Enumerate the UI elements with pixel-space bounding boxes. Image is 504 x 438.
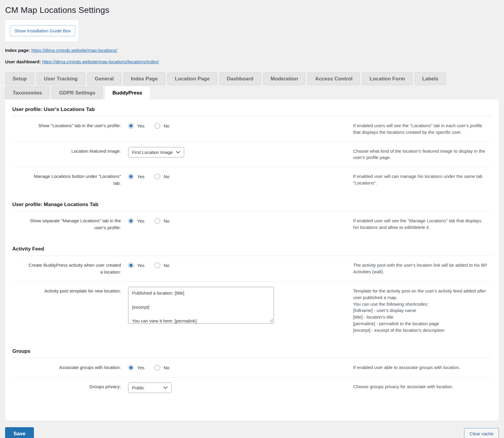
section-groups: GroupsAssociate groups with location:Yes… (12, 348, 492, 399)
section-title-user-locations-tab: User profile: User's Locations Tab (12, 106, 492, 116)
setting-row-show-manage-locations-tab: Show separate "Manage Locations" tab in … (12, 212, 492, 237)
radio-button-icon (128, 365, 134, 370)
save-button[interactable]: Save (5, 427, 34, 438)
row-description: Choose groups privacy for associate with… (353, 381, 488, 393)
tab-index-page[interactable]: Index Page (123, 72, 165, 85)
select-groups-privacy[interactable]: Public (128, 382, 172, 393)
section-title-manage-locations-tab: User profile: Manage Locations Tab (12, 202, 492, 212)
row-label-cell: Activity post template for new location: (12, 286, 121, 333)
row-control-cell (128, 286, 346, 333)
tab-moderation[interactable]: Moderation (263, 72, 306, 85)
row-label: Show separate "Manage Locations" tab in … (30, 218, 121, 230)
radio-show-locations-tab-no[interactable]: No (154, 123, 169, 129)
user-dashboard-line: User dashboard: https://dima.cminds.webs… (5, 59, 499, 64)
resize-handle-icon[interactable] (270, 319, 273, 322)
row-control-cell: YesNo (128, 260, 346, 275)
section-user-locations-tab: User profile: User's Locations TabShow "… (12, 106, 492, 193)
row-label-cell: Manage Locations button under "Locations… (12, 171, 121, 187)
clear-cache-button[interactable]: Clear cache (464, 428, 499, 438)
tab-labels[interactable]: Labels (415, 72, 446, 85)
row-label: Show "Locations" tab in the user's profi… (38, 123, 121, 128)
radio-show-manage-locations-tab-no[interactable]: No (154, 218, 169, 224)
tab-user-tracking[interactable]: User Tracking (36, 72, 85, 85)
row-label: Create BuddyPress activity when user cre… (28, 262, 121, 274)
textarea-wrap (128, 287, 274, 324)
index-page-link[interactable]: https://dima.cminds.website/map-location… (32, 48, 117, 53)
row-label: Groups privacy: (89, 384, 121, 389)
radio-create-buddypress-activity-no[interactable]: No (154, 262, 169, 268)
setting-row-manage-locations-button: Manage Locations button under "Locations… (12, 167, 492, 193)
radio-option-label: Yes (137, 174, 144, 179)
row-description: Template for the activity post on the us… (353, 286, 488, 333)
textarea-activity-post-template[interactable] (128, 287, 274, 324)
radio-option-label: No (164, 123, 169, 128)
setting-row-location-featured-image: Location featured image:First Location I… (12, 142, 492, 167)
row-label-cell: Location featured image: (12, 146, 121, 161)
section-title-activity-feed: Activity Feed (12, 246, 492, 256)
radio-group-show-manage-locations-tab: YesNo (128, 217, 346, 224)
row-control-cell: YesNo (128, 171, 346, 187)
tab-row: SetupUser TrackingGeneralIndex PageLocat… (5, 72, 499, 85)
tab-dashboard[interactable]: Dashboard (219, 72, 261, 85)
row-label-cell: Show "Locations" tab in the user's profi… (12, 120, 121, 136)
radio-show-manage-locations-tab-yes[interactable]: Yes (128, 218, 144, 224)
radio-option-label: No (164, 365, 169, 370)
tab-setup[interactable]: Setup (5, 72, 34, 85)
radio-show-locations-tab-yes[interactable]: Yes (128, 123, 144, 129)
radio-associate-groups-yes[interactable]: Yes (128, 365, 144, 370)
footer-bar: Save Clear cache (5, 427, 499, 438)
setting-row-create-buddypress-activity: Create BuddyPress activity when user cre… (12, 256, 492, 282)
radio-option-label: Yes (137, 123, 144, 128)
row-label: Manage Locations button under "Locations… (34, 174, 121, 186)
setting-row-groups-privacy: Groups privacy:PublicChoose groups priva… (12, 377, 492, 399)
row-label-cell: Show separate "Manage Locations" tab in … (12, 215, 121, 231)
row-description: If enabled user will see the "Manage Loc… (353, 215, 488, 231)
radio-selected-dot (129, 264, 133, 267)
tab-buddypress[interactable]: BuddyPress (105, 86, 150, 99)
section-activity-feed: Activity FeedCreate BuddyPress activity … (12, 246, 492, 339)
radio-manage-locations-button-yes[interactable]: Yes (128, 174, 144, 179)
tab-row: TaxonomiesGDPR SettingsBuddyPress (5, 86, 499, 99)
radio-selected-dot (129, 124, 133, 128)
radio-create-buddypress-activity-yes[interactable]: Yes (128, 262, 144, 268)
radio-group-create-buddypress-activity: YesNo (128, 261, 346, 268)
radio-button-icon (128, 218, 134, 224)
radio-associate-groups-no[interactable]: No (154, 365, 169, 370)
tab-general[interactable]: General (87, 72, 121, 85)
show-installation-guide-button[interactable]: Show Installation Guide Box (10, 25, 75, 36)
setting-row-associate-groups: Associate groups with location:YesNoIf e… (12, 358, 492, 377)
radio-button-icon (154, 174, 160, 179)
tab-access-control[interactable]: Access Control (308, 72, 360, 85)
row-control-cell: Public (128, 381, 346, 393)
radio-button-icon (128, 123, 134, 129)
settings-panel: User profile: User's Locations TabShow "… (5, 99, 499, 421)
row-description: Choose what kind of the location's featu… (353, 146, 488, 161)
radio-option-label: No (164, 263, 169, 268)
tab-location-page[interactable]: Location Page (167, 72, 217, 85)
select-selected-value: First Location Image (132, 150, 173, 155)
section-title-groups: Groups (12, 348, 492, 358)
user-dashboard-link[interactable]: https://dima.cminds.website/map-location… (42, 59, 159, 64)
radio-group-associate-groups: YesNo (128, 363, 346, 370)
row-description: If enabled user will can manage his loca… (353, 171, 488, 187)
tab-location-form[interactable]: Location Form (362, 72, 412, 85)
setting-row-show-locations-tab: Show "Locations" tab in the user's profi… (12, 116, 492, 142)
page-title: CM Map Locations Settings (5, 5, 499, 15)
radio-selected-dot (129, 219, 133, 223)
tab-gdpr-settings[interactable]: GDPR Settings (52, 86, 103, 99)
row-description: If enabled users will see the "Locations… (353, 120, 488, 136)
radio-button-icon (154, 365, 160, 370)
radio-manage-locations-button-no[interactable]: No (154, 174, 169, 179)
installation-guide-box: Show Installation Guide Box (5, 20, 78, 41)
row-label-cell: Groups privacy: (12, 381, 121, 393)
radio-option-label: No (164, 218, 169, 224)
tab-taxonomies[interactable]: Taxonomies (5, 86, 50, 99)
row-label: Associate groups with location: (59, 365, 121, 370)
radio-option-label: No (164, 174, 169, 179)
row-control-cell: YesNo (128, 215, 346, 231)
select-location-featured-image[interactable]: First Location Image (128, 147, 184, 158)
section-manage-locations-tab: User profile: Manage Locations TabShow s… (12, 202, 492, 237)
radio-selected-dot (129, 175, 133, 178)
row-control-cell: First Location Image (128, 146, 346, 161)
row-label-cell: Create BuddyPress activity when user cre… (12, 260, 121, 275)
